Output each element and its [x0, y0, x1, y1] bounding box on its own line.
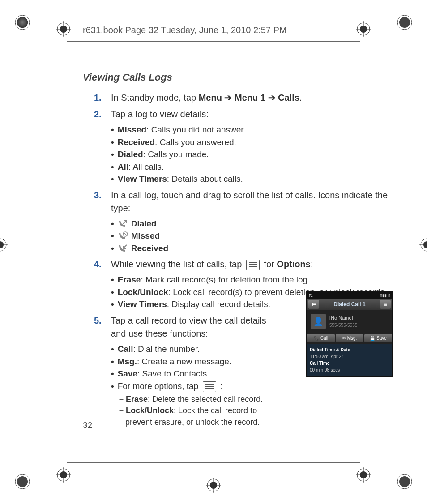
list-item: View Timers: Details about calls.: [111, 173, 246, 185]
desc: : Calls you did not answer.: [146, 125, 246, 134]
term: Erase: [118, 275, 141, 284]
text: :: [311, 259, 313, 269]
term: Lock/Unlock: [118, 287, 168, 297]
term: Msg.: [118, 357, 137, 366]
detail-value: 00 min 08 secs: [310, 367, 389, 373]
status-left: R.: [309, 293, 313, 298]
dialed-call-icon: [118, 219, 128, 228]
step-text: In a call log, touch and drag to scroll …: [111, 189, 400, 255]
step-text: Tap a call record to view the call detai…: [111, 314, 272, 428]
received-call-icon: [118, 244, 128, 253]
list-item: Erase: Delete the selected call record.: [119, 394, 272, 405]
detail-label: Dialed Time & Date: [310, 346, 389, 353]
bullet-list: Missed: Calls you did not answer. Receiv…: [111, 124, 246, 185]
registration-target-icon: [356, 21, 371, 37]
envelope-icon: ✉: [342, 336, 346, 341]
step-1: 1. In Standby mode, tap Menu ➔ Menu 1 ➔ …: [83, 91, 400, 104]
desc: : Details about calls.: [167, 174, 243, 184]
contact-text: [No Name] 555-555-5555: [329, 314, 357, 329]
text: for: [261, 259, 277, 269]
desc: : Calls you answered.: [155, 137, 236, 147]
status-icons: ▯▮▮ ▯: [380, 293, 390, 298]
registration-target-icon: [56, 467, 71, 483]
menu-label: Menu: [199, 93, 222, 103]
msg-button: ✉Msg.: [336, 334, 363, 342]
list-item: For more options, tap :: [111, 380, 272, 393]
term: Options: [277, 259, 311, 269]
term: Lock/Unlock: [126, 406, 174, 415]
list-item: Missed: Calls you did not answer.: [111, 124, 246, 136]
contact-block: 👤 [No Name] 555-555-5555: [307, 310, 392, 333]
desc: : Save to Contacts.: [137, 369, 209, 378]
menu-button-icon: ≡: [380, 300, 391, 309]
desc: : Delete the selected call record.: [148, 395, 263, 404]
phone-screenshot: R. ▯▮▮ ▯ ⬅ Dialed Call 1 ≡ 👤 [No Name] 5…: [306, 291, 393, 377]
page-content: Viewing Calls Logs 1. In Standby mode, t…: [83, 72, 400, 431]
options-menu-icon: [246, 260, 260, 270]
text: In Standby mode, tap: [111, 93, 199, 103]
registration-target-icon: [0, 237, 8, 252]
list-item: All: All calls.: [111, 161, 246, 173]
running-header: r631.book Page 32 Tuesday, June 1, 2010 …: [83, 25, 287, 35]
save-button: 💾Save: [364, 334, 392, 342]
back-button-icon: ⬅: [308, 300, 319, 309]
step-number: 5.: [83, 314, 111, 428]
step-text: Tap a log to view details: Missed: Calls…: [111, 108, 246, 185]
action-buttons: 📞Call ✉Msg. 💾Save: [307, 333, 392, 344]
list-item: Received: [111, 242, 400, 255]
phone-status-bar: R. ▯▮▮ ▯: [307, 292, 392, 299]
text: For more options, tap: [118, 381, 201, 391]
text: Tap a log to view details:: [111, 109, 209, 119]
label: Missed: [131, 230, 160, 242]
desc: : Calls you made.: [143, 149, 209, 159]
missed-call-icon: [118, 231, 128, 240]
save-icon: 💾: [370, 336, 375, 341]
crop-mark-icon: [13, 13, 31, 31]
list-item: Save: Save to Contacts.: [111, 367, 272, 380]
list-item: Msg.: Create a new message.: [111, 355, 272, 368]
registration-target-icon: [206, 478, 221, 493]
term: View Timers: [118, 174, 167, 184]
desc: : Mark call record(s) for deletion from …: [141, 275, 310, 284]
avatar-icon: 👤: [311, 314, 326, 329]
term: Erase: [126, 395, 148, 404]
text: Tap a call record to view the call detai…: [111, 316, 266, 338]
step-number: 1.: [83, 91, 111, 104]
phone-icon: 📞: [314, 336, 319, 341]
term: All: [118, 162, 128, 171]
page-number: 32: [83, 420, 92, 430]
label: Call: [320, 336, 328, 341]
svg-point-8: [399, 476, 410, 487]
step-3: 3. In a call log, touch and drag to scro…: [83, 189, 400, 255]
menu-label: Menu 1: [235, 93, 265, 103]
step-text: In Standby mode, tap Menu ➔ Menu 1 ➔ Cal…: [111, 91, 302, 104]
footer-rule: [67, 462, 360, 463]
label: Save: [376, 336, 387, 341]
dash-list: Erase: Delete the selected call record. …: [111, 394, 272, 428]
svg-point-4: [399, 17, 410, 28]
term: Received: [118, 137, 155, 147]
step-number: 4.: [83, 258, 111, 311]
step-number: 3.: [83, 189, 111, 255]
label: Msg.: [347, 336, 357, 341]
desc: : All calls.: [128, 162, 164, 171]
term: Missed: [118, 125, 146, 134]
text: .: [299, 93, 302, 103]
arrow-icon: ➔: [268, 93, 278, 103]
svg-point-6: [17, 476, 28, 487]
list-item: Dialed: [111, 218, 400, 230]
term: Call: [118, 344, 133, 354]
text: While viewing the list of calls, tap: [111, 259, 244, 269]
list-item: Call: Dial the number.: [111, 343, 272, 355]
screen-title: Dialed Call 1: [321, 301, 378, 308]
contact-name: [No Name]: [329, 314, 357, 322]
registration-target-icon: [419, 237, 427, 252]
registration-target-icon: [56, 21, 71, 37]
phone-titlebar: ⬅ Dialed Call 1 ≡: [307, 299, 392, 310]
crop-mark-icon: [396, 473, 414, 491]
list-item: Erase: Mark call record(s) for deletion …: [111, 273, 387, 286]
options-menu-icon: [203, 381, 216, 392]
term: Save: [118, 369, 137, 378]
detail-value: 11:50 am, Apr 24: [310, 353, 389, 360]
section-title: Viewing Calls Logs: [83, 72, 400, 83]
